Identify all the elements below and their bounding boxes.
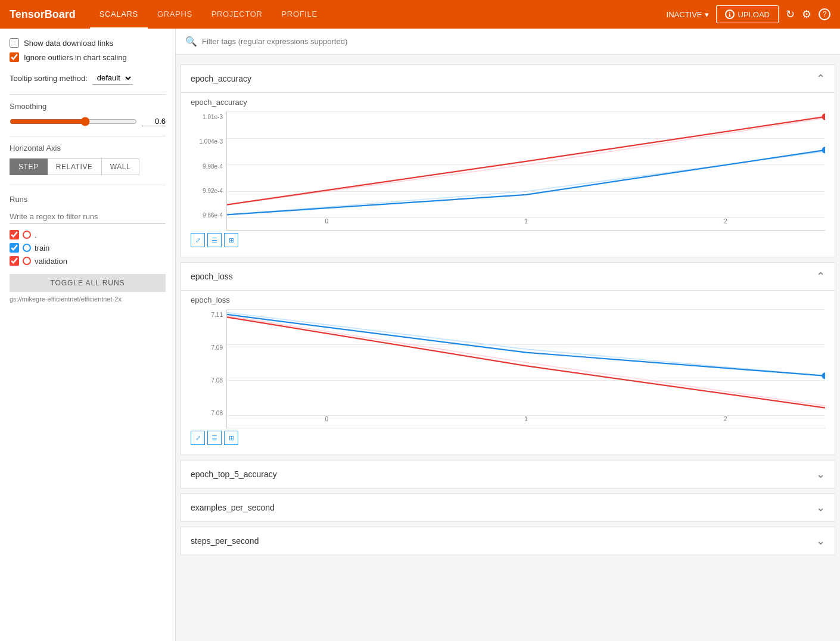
app-logo: TensorBoard <box>10 8 76 21</box>
smoothing-value-input[interactable]: 0.6 <box>142 117 166 126</box>
expand-loss-chart-button[interactable]: ⤢ <box>191 431 205 445</box>
chart-epoch-loss-area: 0 1 2 <box>226 309 825 428</box>
show-data-links-label: Show data download links <box>24 39 113 48</box>
header-right: INACTIVE ▾ ℹ UPLOAD ↻ ⚙ ? <box>667 5 830 23</box>
run-train-circle <box>23 244 31 252</box>
expand-chart-button[interactable]: ⤢ <box>191 233 205 247</box>
axis-buttons: STEP RELATIVE WALL <box>10 158 166 175</box>
tag-filter-input[interactable] <box>202 37 830 46</box>
tooltip-sort-label: Tooltip sorting method: <box>10 74 88 83</box>
x-label-2: 2 <box>626 218 825 230</box>
y-label-1: 1.004e-3 <box>191 138 223 145</box>
y-label-4: 9.86e-4 <box>191 212 223 219</box>
section-examples-per-second-title: examples_per_second <box>191 503 275 512</box>
show-data-links-row: Show data download links <box>10 38 166 48</box>
y-label-2: 9.98e-4 <box>191 163 223 170</box>
download-chart-button[interactable]: ⊞ <box>224 233 238 247</box>
section-epoch-accuracy-header[interactable]: epoch_accuracy ⌃ <box>181 65 835 93</box>
chevron-up-icon-2: ⌃ <box>816 270 825 283</box>
list-chart-button[interactable]: ☰ <box>207 233 222 247</box>
run-item-validation: validation <box>10 256 166 266</box>
axis-wall-button[interactable]: WALL <box>102 158 140 175</box>
section-steps-per-second-title: steps_per_second <box>191 536 259 546</box>
divider-1 <box>10 94 166 95</box>
chevron-up-icon: ⌃ <box>816 72 825 85</box>
section-epoch-top5: epoch_top_5_accuracy ⌄ <box>181 460 835 488</box>
run-validation-circle <box>23 257 31 265</box>
ignore-outliers-label: Ignore outliers in chart scaling <box>24 53 127 62</box>
y-label-7-11: 7.11 <box>191 312 223 318</box>
run-train-name: train <box>35 244 49 253</box>
ignore-outliers-checkbox[interactable] <box>10 52 19 62</box>
chart-epoch-accuracy-svg <box>227 111 825 218</box>
chart-epoch-accuracy-area: 0 1 2 <box>226 111 825 231</box>
settings-button[interactable]: ⚙ <box>802 8 811 21</box>
section-steps-per-second-header[interactable]: steps_per_second ⌄ <box>181 527 835 555</box>
tooltip-sort-select[interactable]: default <box>92 71 133 85</box>
y-label-7-08b: 7.08 <box>191 410 223 416</box>
run-dot-checkbox[interactable] <box>10 230 19 239</box>
list-loss-chart-button[interactable]: ☰ <box>207 431 222 445</box>
svg-point-1 <box>822 147 825 153</box>
nav-graphs[interactable]: GRAPHS <box>148 0 202 29</box>
section-epoch-loss-header[interactable]: epoch_loss ⌃ <box>181 263 835 291</box>
run-item-dot: . <box>10 230 166 239</box>
upload-label: UPLOAD <box>738 10 770 19</box>
horizontal-axis-section: Horizontal Axis STEP RELATIVE WALL <box>10 144 166 175</box>
x-label-1: 1 <box>427 218 626 230</box>
chart-epoch-accuracy-y-axis: 1.01e-3 1.004e-3 9.98e-4 9.92e-4 9.86e-4 <box>191 111 226 231</box>
app-header: TensorBoard SCALARS GRAPHS PROJECTOR PRO… <box>0 0 840 29</box>
y-label-0: 1.01e-3 <box>191 114 223 120</box>
section-epoch-accuracy-body: epoch_accuracy 1.01e-3 1.004e-3 9.98e-4 … <box>181 93 835 257</box>
upload-circle-icon: ℹ <box>725 10 735 19</box>
divider-3 <box>10 185 166 185</box>
chart-epoch-loss-svg <box>227 309 825 416</box>
show-data-links-checkbox[interactable] <box>10 38 19 48</box>
toggle-all-runs-button[interactable]: TOGGLE ALL RUNS <box>10 274 166 292</box>
section-epoch-loss-title: epoch_loss <box>191 272 233 281</box>
smoothing-label: Smoothing <box>10 102 166 111</box>
help-button[interactable]: ? <box>819 8 830 20</box>
search-icon: 🔍 <box>185 36 197 47</box>
divider-2 <box>10 136 166 136</box>
sidebar-options: Show data download links Ignore outliers… <box>10 38 166 62</box>
run-validation-name: validation <box>35 257 67 266</box>
run-train-checkbox[interactable] <box>10 243 19 253</box>
chevron-down-icon: ▾ <box>705 10 709 19</box>
chart-epoch-loss-title: epoch_loss <box>191 295 825 304</box>
run-validation-checkbox[interactable] <box>10 256 19 266</box>
sidebar: Show data download links Ignore outliers… <box>0 29 176 641</box>
chart-epoch-loss-y-axis: 7.11 7.09 7.08 7.08 <box>191 309 226 428</box>
section-examples-per-second: examples_per_second ⌄ <box>181 493 835 522</box>
loss-x-label-1: 1 <box>427 416 626 428</box>
section-epoch-top5-header[interactable]: epoch_top_5_accuracy ⌄ <box>181 460 835 488</box>
main-content: 🔍 epoch_accuracy ⌃ epoch_accuracy 1.01e-… <box>176 29 840 641</box>
refresh-button[interactable]: ↻ <box>786 8 795 21</box>
nav-profile[interactable]: PROFILE <box>272 0 327 29</box>
nav-scalars[interactable]: SCALARS <box>90 0 148 29</box>
nav-projector[interactable]: PROJECTOR <box>202 0 272 29</box>
section-epoch-loss-body: epoch_loss 7.11 7.09 7.08 7.08 <box>181 291 835 455</box>
gear-icon: ⚙ <box>802 8 811 21</box>
runs-filter-input[interactable] <box>10 210 166 224</box>
run-dot-name: . <box>35 231 37 239</box>
section-examples-per-second-header[interactable]: examples_per_second ⌄ <box>181 494 835 521</box>
chart-epoch-accuracy: 1.01e-3 1.004e-3 9.98e-4 9.92e-4 9.86e-4 <box>191 111 825 231</box>
axis-step-button[interactable]: STEP <box>10 158 48 175</box>
axis-relative-button[interactable]: RELATIVE <box>48 158 102 175</box>
smoothing-slider[interactable] <box>10 117 137 126</box>
run-item-train: train <box>10 243 166 253</box>
section-epoch-accuracy-title: epoch_accuracy <box>191 74 251 83</box>
runs-label: Runs <box>10 195 166 204</box>
svg-point-2 <box>822 372 825 379</box>
upload-button[interactable]: ℹ UPLOAD <box>716 5 779 23</box>
filter-bar: 🔍 <box>176 29 840 55</box>
main-nav: SCALARS GRAPHS PROJECTOR PROFILE <box>90 0 667 29</box>
content-area: epoch_accuracy ⌃ epoch_accuracy 1.01e-3 … <box>176 55 840 565</box>
chart-epoch-accuracy-title: epoch_accuracy <box>191 98 825 107</box>
section-steps-per-second: steps_per_second ⌄ <box>181 527 835 555</box>
download-loss-chart-button[interactable]: ⊞ <box>224 431 238 445</box>
ignore-outliers-row: Ignore outliers in chart scaling <box>10 52 166 62</box>
status-dropdown[interactable]: INACTIVE ▾ <box>667 10 709 19</box>
y-label-7-08a: 7.08 <box>191 377 223 384</box>
